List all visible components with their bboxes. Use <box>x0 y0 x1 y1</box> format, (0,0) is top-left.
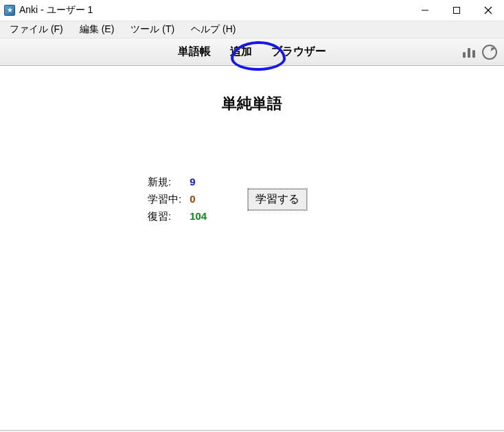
menu-edit[interactable]: 編集 (E) <box>73 22 122 37</box>
menu-tools[interactable]: ツール (T) <box>124 22 181 37</box>
content: 単純単語 新規: 9 学習中: 0 復習: 104 学習する <box>0 93 504 430</box>
count-learn: 0 <box>190 193 207 206</box>
stats-icon[interactable] <box>463 47 478 58</box>
label-learn: 学習中: <box>148 193 181 206</box>
count-new: 9 <box>190 176 207 189</box>
study-button[interactable]: 学習する <box>248 189 307 210</box>
deck-title: 単純単語 <box>0 93 504 114</box>
app-icon: ★ <box>4 5 15 16</box>
toolbar-right-icons <box>463 45 497 60</box>
toolbar: 単語帳 追加 ブラウザー <box>0 38 504 66</box>
label-review: 復習: <box>148 210 181 223</box>
minimize-button[interactable] <box>409 0 441 20</box>
count-review: 104 <box>190 210 207 223</box>
tab-add[interactable]: 追加 <box>230 45 252 59</box>
window-title: Anki - ユーザー 1 <box>19 4 93 16</box>
svg-rect-1 <box>454 7 460 13</box>
close-button[interactable] <box>472 0 504 20</box>
label-new: 新規: <box>148 176 181 189</box>
tab-decks[interactable]: 単語帳 <box>178 45 211 59</box>
window-controls <box>409 0 504 20</box>
stats-block: 新規: 9 学習中: 0 復習: 104 学習する <box>148 176 307 223</box>
stats-table: 新規: 9 学習中: 0 復習: 104 <box>148 176 207 223</box>
sync-icon[interactable] <box>482 45 497 60</box>
center-tabs: 単語帳 追加 ブラウザー <box>178 45 326 59</box>
tab-browse[interactable]: ブラウザー <box>271 45 326 59</box>
menu-file[interactable]: ファイル (F) <box>3 22 70 37</box>
maximize-button[interactable] <box>441 0 472 20</box>
menu-help[interactable]: ヘルプ (H) <box>184 22 242 37</box>
menubar: ファイル (F) 編集 (E) ツール (T) ヘルプ (H) <box>0 21 504 38</box>
titlebar: ★ Anki - ユーザー 1 <box>0 0 504 21</box>
